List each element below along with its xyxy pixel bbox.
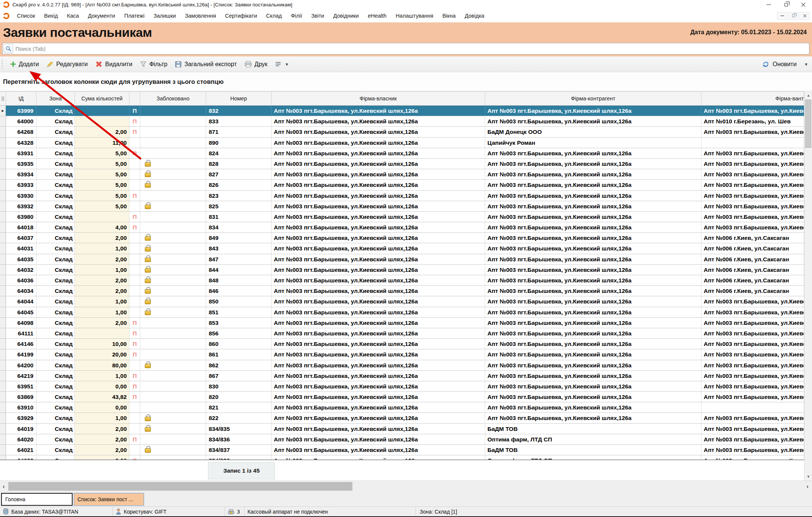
menu-item-4[interactable]: Платежі (120, 13, 149, 19)
vertical-scroll-thumb[interactable] (805, 100, 811, 148)
view-options-button[interactable]: ▼ (271, 58, 293, 71)
filter-button[interactable]: Фільтр (136, 58, 171, 71)
scroll-right-icon[interactable]: › (804, 481, 811, 492)
table-row[interactable]: 64018Склад4,00П834Апт №003 пгт.Барышевка… (0, 222, 804, 233)
table-row[interactable]: 64021Склад2,00834/837Апт №003 пгт.Барыше… (0, 445, 804, 455)
scroll-left-icon[interactable]: ‹ (0, 481, 8, 492)
column-header-contragent-firm[interactable]: Фірма-контрагент (485, 92, 701, 105)
table-row[interactable]: 63934Склад5,00827Апт №003 пгт.Барышевка,… (0, 169, 804, 180)
table-row[interactable]: 63929Склад1,00822Апт №003 пгт.Барышевка,… (0, 413, 804, 423)
refresh-button[interactable]: Оновити (758, 58, 800, 71)
restore-button[interactable] (777, 0, 795, 9)
scroll-up-icon[interactable]: ▲ (804, 91, 812, 99)
table-row[interactable]: 64044Склад1,00850Апт №003 пгт.Барышевка,… (0, 296, 804, 307)
lock-icon (145, 289, 151, 294)
search-input[interactable]: Поиск (Tab) (2, 43, 809, 55)
minimize-button[interactable] (760, 0, 777, 9)
menu-item-2[interactable]: Каса (62, 13, 83, 19)
table-row[interactable]: 64268Склад2,00П871Апт №003 пгт.Барышевка… (0, 127, 804, 137)
menu-item-6[interactable]: Замовлення (181, 13, 221, 19)
column-header-blocked[interactable]: Заблоковано (140, 92, 206, 105)
table-row[interactable]: 63932Склад5,00825Апт №003 пгт.Барышевка,… (0, 201, 804, 212)
refresh-dropdown-icon[interactable]: ▼ (804, 62, 808, 67)
group-by-bar[interactable]: Перетягніть заголовок колонки сюди для у… (0, 72, 812, 91)
table-row[interactable]: 64111СкладП856Апт №003 пгт.Барышевка, ул… (0, 328, 804, 339)
close-button[interactable] (795, 0, 812, 9)
mdi-close-button[interactable] (800, 12, 810, 20)
table-row[interactable]: 63910Склад0,00821Апт №003 пгт.Барышевка,… (0, 402, 804, 413)
menu-item-7[interactable]: Сертифікати (220, 13, 261, 19)
column-header-qty[interactable]: Сума кількостей (75, 92, 129, 105)
table-row[interactable]: 64037Склад2,00849Апт №003 пгт.Барышевка,… (0, 233, 804, 243)
vertical-scrollbar[interactable]: ▲ ▼ (804, 91, 812, 481)
cell-blocked (140, 254, 206, 264)
cell-qty: 1,00 (75, 296, 129, 306)
column-header-number[interactable]: Номер (206, 92, 272, 105)
mdi-restore-button[interactable] (788, 12, 798, 20)
tab-list-active[interactable]: Список: Заявки пост ... (74, 493, 144, 506)
menu-item-0[interactable]: Список (12, 13, 39, 19)
table-row[interactable]: 64200Склад80,00862Апт №003 пгт.Барышевка… (0, 360, 804, 371)
table-row[interactable]: 63931Склад5,00П824Апт №003 пгт.Барышевка… (0, 148, 804, 159)
table-row[interactable]: 64098Склад2,00П853Апт №003 пгт.Барышевка… (0, 318, 804, 328)
table-row[interactable]: 64328Склад11,00890Апт №003 пгт.Барышевка… (0, 138, 804, 148)
table-row[interactable]: 63951Склад0,00П830Апт №003 пгт.Барышевка… (0, 381, 804, 392)
table-row[interactable]: 64022Склад2,00П834/838Апт №003 пгт.Барыш… (0, 455, 804, 459)
table-row[interactable]: 64019Склад2,00834/835Апт №003 пгт.Барыше… (0, 424, 804, 434)
export-button[interactable]: Загальний експорт (171, 58, 240, 71)
scroll-down-icon[interactable]: ▼ (804, 473, 812, 481)
menu-item-5[interactable]: Залишки (149, 13, 180, 19)
menu-item-11[interactable]: Довідники (329, 13, 363, 19)
cell-number: 834/836 (206, 434, 272, 444)
cell-contragent-firm: БаДМ ТОВ (485, 445, 701, 455)
horizontal-scrollbar[interactable]: ‹ › (0, 481, 812, 492)
table-row[interactable]: 64219Склад1,00П867Апт №003 пгт.Барышевка… (0, 371, 804, 381)
menu-item-10[interactable]: Звіти (307, 13, 329, 19)
row-select-marker (0, 212, 6, 222)
edit-button[interactable]: Редагувати (43, 58, 92, 71)
table-row[interactable]: 63869Склад43,82П820Апт №003 пгт.Барышевк… (0, 392, 804, 402)
tab-home[interactable]: Головна (1, 493, 73, 506)
table-row[interactable]: 64146Склад10,00П860Апт №003 пгт.Барышевк… (0, 339, 804, 349)
cell-consignee-firm: Апт №006 г.Киев, ул.Саксаган (701, 243, 804, 253)
table-row[interactable]: 64199Склад20,00П861Апт №003 пгт.Барышевк… (0, 349, 804, 360)
cell-qty (75, 328, 129, 338)
cell-number: 871 (206, 127, 272, 137)
cell-blocked (140, 180, 206, 190)
cell-id: 64035 (6, 254, 36, 264)
table-row[interactable]: 63933Склад5,00826Апт №003 пгт.Барышевка,… (0, 180, 804, 190)
table-row[interactable]: 64032Склад1,00844Апт №003 пгт.Барышевка,… (0, 265, 804, 275)
menu-item-1[interactable]: Вихід (39, 13, 62, 19)
print-button[interactable]: Друк (241, 58, 272, 71)
table-row[interactable]: 64036Склад2,00848Апт №003 пгт.Барышевка,… (0, 275, 804, 286)
menu-item-12[interactable]: eHealth (363, 13, 391, 19)
toolbar-grip-handle[interactable] (2, 59, 3, 69)
table-row[interactable]: 63930Склад5,00П823Апт №003 пгт.Барышевка… (0, 191, 804, 201)
menu-item-13[interactable]: Налаштування (391, 13, 438, 19)
table-row[interactable]: ▸63999СкладП832Апт №003 пгт.Барышевка, у… (0, 106, 804, 116)
delete-button[interactable]: ✖ Видалити (91, 58, 136, 71)
column-header-zone[interactable]: Зона (36, 92, 75, 105)
column-header-p[interactable] (129, 92, 140, 105)
horizontal-scroll-thumb[interactable] (8, 482, 352, 491)
cell-number: 862 (206, 360, 272, 370)
table-row[interactable]: 63935Склад5,00828Апт №003 пгт.Барышевка,… (0, 159, 804, 169)
menu-item-3[interactable]: Документи (83, 13, 120, 19)
table-row[interactable]: 64000СкладП833Апт №003 пгт.Барышевка, ул… (0, 116, 804, 127)
table-row[interactable]: 64034Склад2,00846Апт №003 пгт.Барышевка,… (0, 286, 804, 296)
column-header-id[interactable]: ІД (6, 92, 36, 105)
table-row[interactable]: 64031Склад1,00843Апт №003 пгт.Барышевка,… (0, 243, 804, 254)
table-row[interactable]: 64020Склад2,00П834/836Апт №003 пгт.Барыш… (0, 434, 804, 445)
table-row[interactable]: 64035Склад2,00847Апт №003 пгт.Барышевка,… (0, 254, 804, 265)
menu-item-14[interactable]: Вікна (438, 13, 460, 19)
menu-item-9[interactable]: Філії (287, 13, 307, 19)
table-row[interactable]: 64045Склад1,00851Апт №003 пгт.Барышевка,… (0, 307, 804, 318)
column-header-owner-firm[interactable]: Фірма-власник (272, 92, 485, 105)
menu-item-8[interactable]: Склад (262, 13, 287, 19)
column-header-consignee-firm[interactable]: Фірма-вант (701, 92, 804, 105)
cell-consignee-firm: Апт №003 пгт.Барышевка, ул.Киевский шлях… (701, 445, 804, 455)
menu-item-15[interactable]: Довідка (460, 13, 489, 19)
mdi-minimize-button[interactable] (777, 12, 787, 20)
table-row[interactable]: 63980СкладП831Апт №003 пгт.Барышевка, ул… (0, 212, 804, 222)
add-button[interactable]: + Додати (6, 58, 43, 71)
